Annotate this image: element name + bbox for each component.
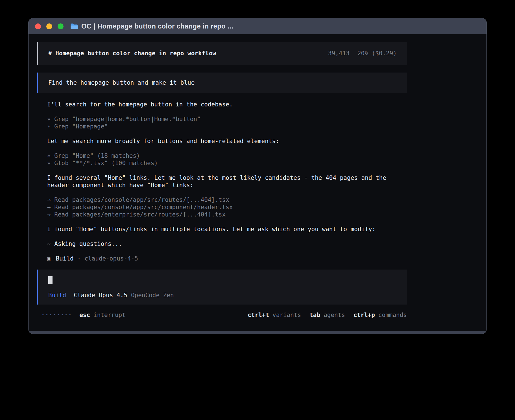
tool-call-read: → Read packages/console/app/src/routes/[…: [47, 196, 397, 204]
tab-key: tab: [309, 311, 320, 319]
input-mode-label: Build: [48, 292, 66, 299]
terminal-body: # Homepage button color change in repo w…: [29, 34, 486, 331]
input-model-label: Claude Opus 4.5: [74, 292, 127, 299]
assistant-message: I found "Home" buttons/links in multiple…: [47, 226, 397, 233]
prompt-input[interactable]: Build Claude Opus 4.5 OpenCode Zen: [37, 270, 407, 305]
token-count: 39,413: [328, 50, 350, 57]
context-usage: 20% ($0.29): [357, 50, 397, 57]
agents-label: agents: [324, 311, 345, 319]
tool-call-group: → Read packages/console/app/src/routes/[…: [47, 196, 397, 218]
title-group: OC | Homepage button color change in rep…: [70, 22, 233, 30]
zoom-button[interactable]: [58, 23, 64, 29]
tool-call-grep: ∗ Grep "homepage|home.*button|Home.*butt…: [47, 115, 397, 123]
assistant-transcript: I'll search for the homepage button in t…: [37, 101, 407, 262]
user-message-text: Find the homepage button and make it blu…: [48, 79, 195, 86]
input-cursor: [48, 276, 53, 284]
window-titlebar[interactable]: OC | Homepage button color change in rep…: [29, 18, 486, 34]
commands-label: commands: [378, 311, 407, 319]
agent-separator: ·: [77, 255, 81, 262]
tool-call-group: ∗ Grep "Home" (18 matches) ∗ Glob "**/*.…: [47, 152, 397, 167]
session-stats: 39,413 20% ($0.29): [328, 50, 397, 57]
folder-icon: [70, 23, 78, 29]
variants-hint: ctrl+t variants: [248, 311, 301, 319]
shortcut-hints: ctrl+t variants tab agents ctrl+p comman…: [248, 311, 407, 319]
close-button[interactable]: [35, 23, 41, 29]
working-status: ~ Asking questions...: [47, 240, 397, 248]
user-message: Find the homepage button and make it blu…: [37, 73, 407, 93]
assistant-message: Let me search more broadly for buttons a…: [47, 137, 397, 145]
commands-hint: ctrl+p commands: [353, 311, 407, 319]
agents-hint: tab agents: [309, 311, 345, 319]
status-bar: ········ esc interrupt ctrl+t variants t…: [37, 311, 407, 319]
working-spinner: ········: [41, 311, 72, 319]
tool-call-glob: ∗ Glob "**/*.tsx" (100 matches): [47, 159, 397, 167]
variants-label: variants: [272, 311, 301, 319]
interrupt-label: interrupt: [93, 311, 126, 319]
assistant-message: I'll search for the homepage button in t…: [47, 101, 397, 108]
tool-call-read: → Read packages/console/app/src/componen…: [47, 204, 397, 211]
agent-icon: ▣: [47, 255, 50, 262]
tool-call-read: → Read packages/enterprise/src/routes/[.…: [47, 211, 397, 218]
input-footer: Build Claude Opus 4.5 OpenCode Zen: [48, 292, 397, 299]
input-provider-label: OpenCode Zen: [131, 292, 174, 299]
ctrl-p-key: ctrl+p: [353, 311, 375, 319]
esc-key: esc: [79, 311, 90, 319]
window-title: OC | Homepage button color change in rep…: [81, 22, 233, 30]
ctrl-t-key: ctrl+t: [248, 311, 269, 319]
agent-model: claude-opus-4-5: [84, 255, 138, 262]
agent-name: Build: [56, 255, 73, 262]
agent-status-line: ▣ Build · claude-opus-4-5: [47, 255, 397, 262]
session-title: # Homepage button color change in repo w…: [48, 50, 216, 57]
session-header: # Homepage button color change in repo w…: [37, 42, 407, 65]
tool-call-grep: ∗ Grep "Homepage": [47, 123, 397, 130]
tool-call-grep: ∗ Grep "Home" (18 matches): [47, 152, 397, 159]
interrupt-hint: esc interrupt: [79, 311, 126, 319]
assistant-message: I found several "Home" links. Let me loo…: [47, 174, 397, 189]
minimize-button[interactable]: [46, 23, 52, 29]
tool-call-group: ∗ Grep "homepage|home.*button|Home.*butt…: [47, 115, 397, 130]
traffic-lights: [35, 23, 64, 29]
terminal-window: OC | Homepage button color change in rep…: [28, 18, 487, 334]
